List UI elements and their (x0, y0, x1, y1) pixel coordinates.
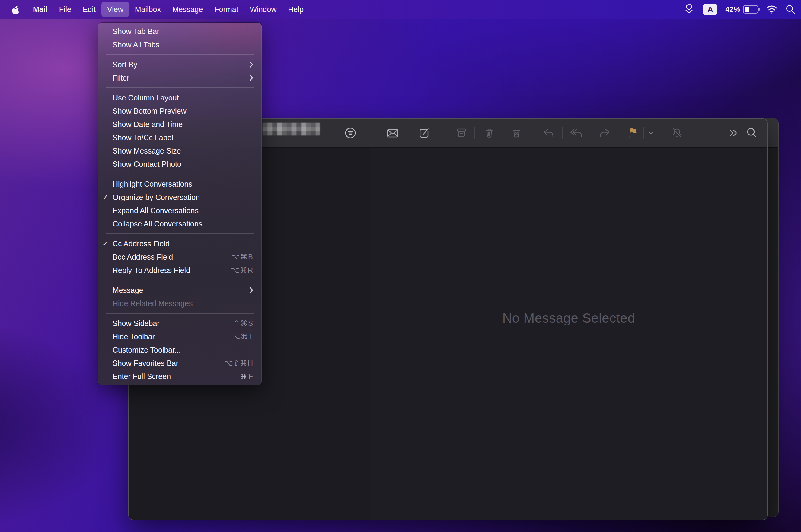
toolbar-separator (474, 127, 475, 139)
empty-state-text: No Message Selected (503, 311, 635, 326)
shortcut-label: ⌥⌘T (232, 332, 254, 341)
flag-menu-chevron-icon[interactable] (647, 126, 655, 140)
menu-item-show-favorites-bar[interactable]: Show Favorites Bar⌥⇧⌘H (98, 357, 262, 370)
menu-separator (106, 54, 254, 55)
menu-item-show-all-tabs[interactable]: Show All Tabs (98, 38, 262, 51)
menu-item-cc-address-field[interactable]: ✓Cc Address Field (98, 237, 262, 250)
menu-item-enter-full-screen[interactable]: Enter Full ScreenF (98, 370, 262, 383)
stacked-layers-icon[interactable] (683, 3, 695, 16)
submenu-chevron-icon (247, 75, 253, 81)
checkmark-icon: ✓ (102, 193, 113, 202)
toolbar-separator (643, 127, 644, 139)
menu-item-show-message-size[interactable]: Show Message Size (98, 144, 262, 157)
menu-item-label: Sort By (113, 60, 248, 69)
menubar-items: MailFileEditViewMailboxMessageFormatWind… (27, 0, 309, 19)
battery-icon (743, 5, 758, 14)
filter-icon[interactable] (344, 126, 357, 140)
submenu-indicator (248, 62, 254, 66)
shortcut-label: ⌥⌘R (231, 266, 254, 274)
menu-item-label: Hide Toolbar (113, 332, 232, 341)
menu-item-label: Filter (113, 74, 248, 82)
menubar-item-mail[interactable]: Mail (27, 1, 53, 17)
shortcut-label: ⌥⌘B (231, 253, 254, 261)
battery-status[interactable]: 42% (725, 5, 758, 14)
menu-item-message[interactable]: Message (98, 284, 262, 297)
menubar-item-mailbox[interactable]: Mailbox (129, 1, 167, 17)
menu-item-label: Message (113, 286, 248, 294)
menubar-item-edit[interactable]: Edit (77, 1, 102, 17)
menu-item-label: Show Bottom Preview (113, 107, 254, 115)
menu-item-filter[interactable]: Filter (98, 71, 262, 84)
shortcut-label: F (240, 372, 254, 381)
menu-separator (106, 88, 254, 88)
menubar-item-help[interactable]: Help (282, 1, 309, 17)
menu-item-label: Use Column Layout (113, 94, 254, 102)
globe-key-icon (240, 373, 247, 380)
menu-item-use-column-layout[interactable]: Use Column Layout (98, 91, 262, 104)
spotlight-search-icon[interactable] (785, 4, 796, 15)
menu-item-label: Show Contact Photo (113, 160, 254, 169)
menu-item-label: Collapse All Conversations (113, 220, 254, 228)
compose-icon[interactable] (418, 126, 431, 140)
wifi-icon[interactable] (766, 5, 778, 14)
menu-item-expand-all-conversations[interactable]: Expand All Conversations (98, 204, 262, 217)
menu-item-hide-toolbar[interactable]: Hide Toolbar⌥⌘T (98, 330, 262, 343)
menubar-item-window[interactable]: Window (244, 1, 283, 17)
checkmark-icon: ✓ (102, 240, 113, 248)
shortcut-label: ⌥⇧⌘H (224, 359, 254, 367)
more-toolbar-items-icon[interactable] (726, 126, 740, 140)
menu-item-organize-by-conversation[interactable]: ✓Organize by Conversation (98, 191, 262, 204)
message-view-pane: No Message Selected (370, 148, 767, 520)
get-mail-icon[interactable] (386, 126, 399, 140)
submenu-indicator (248, 76, 254, 80)
menu-item-label: Show Message Size (113, 147, 254, 155)
apple-logo-icon[interactable] (11, 4, 20, 15)
menu-item-reply-to-address-field[interactable]: Reply-To Address Field⌥⌘R (98, 264, 262, 277)
menu-item-show-date-and-time[interactable]: Show Date and Time (98, 118, 262, 131)
menubar-item-file[interactable]: File (53, 1, 77, 17)
menu-item-label: Show Tab Bar (113, 27, 254, 36)
menu-item-label: Show Sidebar (113, 319, 234, 328)
menu-item-label: Expand All Conversations (113, 206, 254, 215)
archive-icon (455, 126, 468, 140)
redacted-mailbox-title (262, 123, 320, 135)
menu-item-show-contact-photo[interactable]: Show Contact Photo (98, 157, 262, 171)
menu-item-label: Show Date and Time (113, 120, 254, 129)
menu-item-label: Show To/Cc Label (113, 133, 254, 142)
menu-item-label: Organize by Conversation (113, 193, 254, 202)
submenu-chevron-icon (247, 287, 253, 293)
menu-item-show-to-cc-label[interactable]: Show To/Cc Label (98, 131, 262, 144)
menu-item-highlight-conversations[interactable]: Highlight Conversations (98, 177, 262, 191)
menu-item-bcc-address-field[interactable]: Bcc Address Field⌥⌘B (98, 250, 262, 264)
junk-icon (510, 126, 523, 140)
menu-item-customize-toolbar[interactable]: Customize Toolbar... (98, 343, 262, 357)
menu-item-sort-by[interactable]: Sort By (98, 58, 262, 71)
menu-item-label: Enter Full Screen (113, 372, 240, 381)
flag-icon[interactable] (626, 126, 639, 140)
reply-icon (542, 126, 555, 140)
menu-item-hide-related-messages: Hide Related Messages (98, 297, 262, 310)
search-icon[interactable] (745, 126, 759, 140)
forward-icon (598, 126, 611, 140)
submenu-indicator (248, 288, 254, 292)
menu-separator (106, 280, 254, 281)
menubar-item-view[interactable]: View (102, 1, 129, 17)
delete-icon (483, 126, 496, 140)
menubar-status-area: A 42% (683, 0, 796, 19)
menu-item-label: Bcc Address Field (113, 253, 231, 262)
menu-item-collapse-all-conversations[interactable]: Collapse All Conversations (98, 217, 262, 230)
menubar-item-format[interactable]: Format (208, 1, 244, 17)
menu-bar: MailFileEditViewMailboxMessageFormatWind… (0, 0, 801, 19)
pane-divider[interactable] (370, 119, 370, 520)
menu-item-show-tab-bar[interactable]: Show Tab Bar (98, 25, 262, 38)
input-source-badge[interactable]: A (703, 4, 717, 15)
menu-item-show-sidebar[interactable]: Show Sidebar⌃⌘S (98, 317, 262, 330)
battery-percent-label: 42% (725, 5, 740, 14)
menu-separator (106, 174, 254, 174)
menubar-item-message[interactable]: Message (167, 1, 208, 17)
toolbar-separator (503, 127, 503, 139)
submenu-chevron-icon (247, 61, 253, 68)
toolbar-separator (590, 127, 590, 139)
menu-item-label: Show All Tabs (113, 40, 254, 49)
menu-item-show-bottom-preview[interactable]: Show Bottom Preview (98, 104, 262, 118)
